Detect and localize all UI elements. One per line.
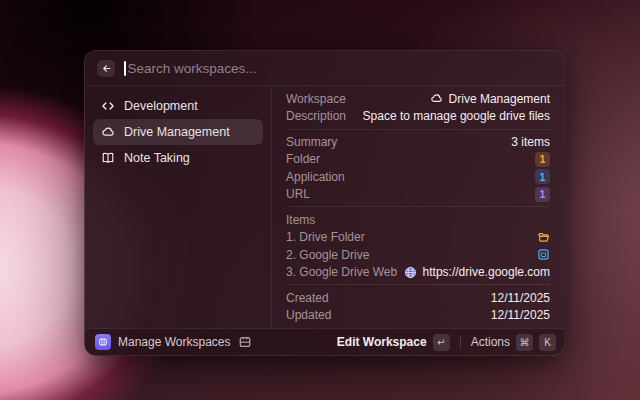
extension-button[interactable]: Manage Workspaces [95, 334, 252, 350]
detail-row-item-1: 1. Drive Folder [286, 228, 550, 246]
book-icon [101, 151, 115, 165]
created-value: 12/11/2025 [491, 291, 550, 305]
divider [286, 129, 550, 130]
folder-count-label: Folder [286, 152, 320, 166]
detail-row-folder-count: Folder 1 [286, 150, 550, 168]
k-key-badge: K [539, 334, 556, 351]
actions-button[interactable]: Actions [471, 335, 510, 349]
detail-row-url-count: URL 1 [286, 185, 550, 203]
detail-row-description: Description Space to manage google drive… [286, 108, 550, 126]
workspace-label: Workspace [286, 92, 346, 106]
command-key-badge: ⌘ [516, 334, 533, 351]
workspace-details: Workspace Drive Management Description S… [271, 86, 564, 328]
cloud-icon [430, 92, 443, 105]
sidebar-item-label: Development [124, 99, 198, 113]
sidebar-item-drive-management[interactable]: Drive Management [93, 119, 263, 145]
divider [286, 284, 550, 285]
app-window-icon [537, 248, 550, 261]
url-count-badge: 1 [535, 187, 550, 202]
sidebar-item-label: Drive Management [124, 125, 230, 139]
summary-value: 3 items [511, 135, 550, 149]
updated-value: 12/11/2025 [491, 308, 550, 322]
divider [286, 206, 550, 207]
sidebar-item-note-taking[interactable]: Note Taking [93, 145, 263, 171]
workspace-switcher-panel: Search workspaces... Development Drive M… [84, 50, 565, 356]
workspaces-app-icon [95, 334, 111, 350]
summary-label: Summary [286, 135, 337, 149]
extension-name: Manage Workspaces [118, 335, 231, 349]
detail-row-updated: Updated 12/11/2025 [286, 306, 550, 324]
divider [460, 336, 461, 348]
description-label: Description [286, 109, 346, 123]
item-url-value: https://drive.google.com [404, 265, 550, 279]
search-input[interactable]: Search workspaces... [124, 61, 552, 76]
sidebar-item-development[interactable]: Development [93, 93, 263, 119]
detail-row-item-2: 2. Google Drive [286, 246, 550, 264]
action-bar: Manage Workspaces Edit Workspace ↵ Actio… [85, 328, 564, 355]
cloud-icon [101, 125, 115, 139]
text-caret [124, 61, 126, 76]
application-count-badge: 1 [535, 169, 550, 184]
code-icon [101, 99, 115, 113]
search-placeholder: Search workspaces... [128, 61, 257, 76]
detail-row-items-header: Items [286, 211, 550, 229]
enter-key-badge: ↵ [433, 334, 450, 351]
detail-row-application-count: Application 1 [286, 168, 550, 186]
created-label: Created [286, 291, 329, 305]
back-button[interactable] [97, 60, 115, 77]
detail-row-summary: Summary 3 items [286, 133, 550, 151]
application-count-label: Application [286, 170, 345, 184]
sidebar-item-label: Note Taking [124, 151, 190, 165]
workspace-list: Development Drive Management Note Taking [85, 86, 271, 328]
folder-count-badge: 1 [535, 152, 550, 167]
item-label: 3. Google Drive Web [286, 265, 397, 279]
disk-icon [238, 335, 252, 349]
globe-icon [404, 266, 417, 279]
edit-workspace-button[interactable]: Edit Workspace [337, 335, 427, 349]
detail-row-created: Created 12/11/2025 [286, 289, 550, 307]
item-label: 1. Drive Folder [286, 230, 365, 244]
detail-row-item-3: 3. Google Drive Web https://drive.google… [286, 263, 550, 281]
item-label: 2. Google Drive [286, 248, 369, 262]
folder-icon [537, 231, 550, 244]
url-count-label: URL [286, 187, 310, 201]
items-header: Items [286, 213, 315, 227]
detail-row-workspace: Workspace Drive Management [286, 90, 550, 108]
footer-actions: Edit Workspace ↵ Actions ⌘ K [337, 334, 556, 351]
description-value: Space to manage google drive files [363, 109, 550, 123]
search-bar: Search workspaces... [85, 51, 564, 86]
content-area: Development Drive Management Note Taking… [85, 86, 564, 328]
back-arrow-icon [101, 63, 112, 74]
updated-label: Updated [286, 308, 331, 322]
workspace-value: Drive Management [430, 92, 550, 106]
